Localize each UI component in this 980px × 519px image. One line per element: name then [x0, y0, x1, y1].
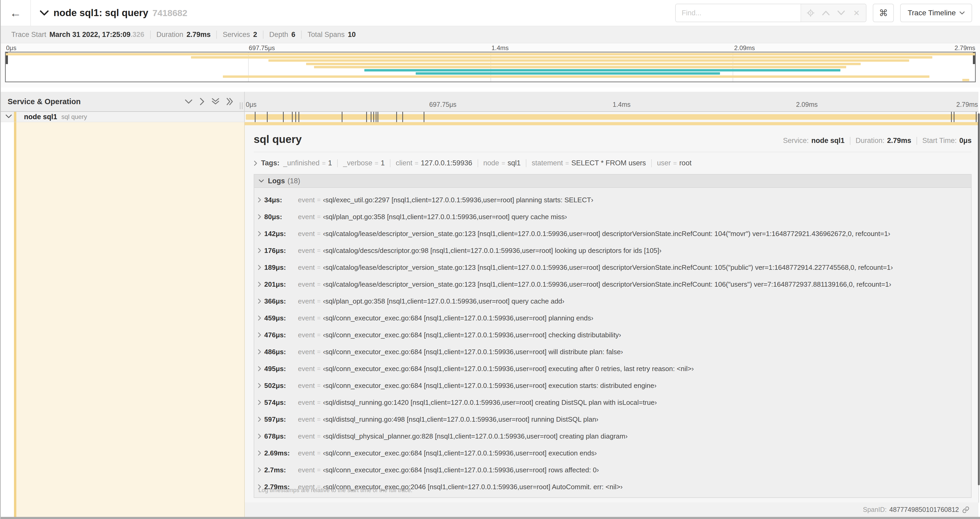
- chevron-right-icon[interactable]: [258, 231, 261, 236]
- log-marker-tick[interactable]: [283, 112, 284, 122]
- log-marker-tick[interactable]: [954, 112, 955, 122]
- log-marker-tick[interactable]: [255, 112, 256, 122]
- chevron-right-icon[interactable]: [258, 197, 261, 203]
- tag-item: client=127.0.0.1:59936: [396, 159, 472, 167]
- log-entry-row[interactable]: 2.69ms:event=‹sql/conn_executor_exec.go:…: [254, 445, 971, 462]
- summary-item-value: March 31 2022, 17:25:09.326: [49, 30, 144, 39]
- log-marker-tick[interactable]: [267, 112, 268, 122]
- selected-span-highlight: [16, 122, 244, 517]
- log-entry-row[interactable]: 502μs:event=‹sql/conn_executor_exec.go:6…: [254, 377, 971, 394]
- title-chevron-down-icon[interactable]: [40, 10, 49, 16]
- log-marker-tick[interactable]: [295, 112, 296, 122]
- copy-link-icon[interactable]: [962, 506, 969, 513]
- chevron-right-icon[interactable]: [258, 332, 261, 338]
- span-row-name-cell[interactable]: node sql1 sql query: [1, 112, 245, 122]
- chevron-right-icon[interactable]: [258, 214, 261, 219]
- collapse-all-icon[interactable]: [212, 98, 220, 105]
- log-marker-tick[interactable]: [342, 112, 342, 122]
- log-marker-tick[interactable]: [366, 112, 367, 122]
- minimap-span-bar: [416, 72, 720, 75]
- prev-result-icon[interactable]: [819, 6, 833, 20]
- service-label: Service:: [783, 137, 809, 145]
- log-marker-tick[interactable]: [951, 112, 952, 122]
- back-button[interactable]: ←: [1, 0, 31, 26]
- tags-section[interactable]: Tags: _unfinished=1_verbose=1client=127.…: [254, 159, 972, 167]
- log-field-value: ‹sql/catalog/lease/descriptor_version_st…: [323, 230, 890, 238]
- minimap-span-bar: [314, 66, 846, 68]
- view-selector-button[interactable]: Trace Timeline: [900, 4, 972, 22]
- ruler-axis-label: 2.79ms: [956, 101, 978, 109]
- log-entry-row[interactable]: 366μs:event=‹sql/plan_opt.go:358 [nsql1,…: [254, 293, 971, 310]
- scrollbar-thumb[interactable]: [978, 113, 980, 485]
- log-timestamp: 459μs:: [264, 314, 298, 322]
- log-marker-tick[interactable]: [402, 112, 403, 122]
- expand-one-icon[interactable]: [199, 97, 205, 105]
- log-marker-tick[interactable]: [371, 112, 371, 122]
- log-entry-row[interactable]: 2.7ms:event=‹sql/conn_executor_exec.go:6…: [254, 462, 971, 478]
- collapse-one-icon[interactable]: [185, 99, 192, 104]
- clear-find-icon[interactable]: ✕: [850, 6, 863, 20]
- next-result-icon[interactable]: [834, 6, 848, 20]
- minimap-axis-label: 1.4ms: [492, 44, 509, 52]
- chevron-right-icon[interactable]: [258, 315, 261, 321]
- log-marker-tick[interactable]: [375, 112, 377, 122]
- log-entry-row[interactable]: 201μs:event=‹sql/catalog/lease/descripto…: [254, 276, 971, 293]
- span-duration-bar[interactable]: [246, 114, 977, 120]
- chevron-right-icon[interactable]: [258, 248, 261, 253]
- log-entry-row[interactable]: 176μs:event=‹sql/catalog/descs/descripto…: [254, 242, 971, 259]
- logs-header[interactable]: Logs (18): [254, 174, 971, 188]
- log-marker-tick[interactable]: [373, 112, 374, 122]
- log-entry-row[interactable]: 678μs:event=‹sql/distsql_physical_planne…: [254, 428, 971, 445]
- log-entry-row[interactable]: 142μs:event=‹sql/catalog/lease/descripto…: [254, 225, 971, 242]
- log-marker-tick[interactable]: [292, 112, 293, 122]
- log-entry-row[interactable]: 476μs:event=‹sql/conn_executor_exec.go:6…: [254, 326, 971, 343]
- minimap-axis: 0μs697.75μs1.4ms2.09ms2.79ms: [5, 44, 976, 52]
- log-entry-row[interactable]: 459μs:event=‹sql/conn_executor_exec.go:6…: [254, 310, 971, 326]
- log-field-value: ‹sql/distsql_physical_planner.go:828 [ns…: [323, 432, 627, 441]
- page-title: node sql1: sql query: [54, 7, 148, 18]
- log-marker-tick[interactable]: [423, 112, 425, 122]
- locate-icon[interactable]: [804, 6, 818, 20]
- log-entry-row[interactable]: 574μs:event=‹sql/distsql_running.go:1420…: [254, 394, 971, 411]
- chevron-right-icon[interactable]: [258, 366, 261, 371]
- log-timestamp: 486μs:: [264, 348, 298, 356]
- column-resizer[interactable]: [240, 102, 243, 109]
- log-timestamp: 502μs:: [264, 382, 298, 390]
- log-entry-row[interactable]: 495μs:event=‹sql/conn_executor_exec.go:6…: [254, 360, 971, 377]
- chevron-right-icon[interactable]: [258, 349, 261, 355]
- log-entry-row[interactable]: 80μs:event=‹sql/plan_opt.go:358 [nsql1,c…: [254, 208, 971, 225]
- chevron-right-icon[interactable]: [258, 299, 261, 304]
- log-field-value: ‹sql/catalog/descs/descriptor.go:98 [nsq…: [323, 247, 662, 255]
- span-collapse-chevron-icon[interactable]: [6, 114, 12, 120]
- tag-item: _unfinished=1: [283, 159, 332, 167]
- equals-sign: =: [415, 160, 418, 167]
- chevron-right-icon[interactable]: [258, 450, 261, 456]
- divider: [390, 159, 390, 167]
- find-input[interactable]: [676, 4, 800, 22]
- log-marker-tick[interactable]: [396, 112, 397, 122]
- log-entry-row[interactable]: 486μs:event=‹sql/conn_executor_exec.go:6…: [254, 343, 971, 360]
- log-field-key: event: [298, 280, 315, 289]
- log-entry-row[interactable]: 189μs:event=‹sql/catalog/lease/descripto…: [254, 259, 971, 276]
- log-marker-tick[interactable]: [377, 112, 378, 122]
- minimap-canvas[interactable]: [5, 52, 976, 82]
- selected-span-bar[interactable]: [245, 122, 978, 125]
- minimap-axis-label: 0μs: [6, 44, 16, 52]
- chevron-right-icon[interactable]: [258, 265, 261, 270]
- keyboard-shortcuts-button[interactable]: ⌘: [873, 4, 894, 22]
- chevron-right-icon[interactable]: [258, 434, 261, 439]
- chevron-right-icon[interactable]: [258, 417, 261, 422]
- log-marker-tick[interactable]: [976, 112, 977, 122]
- chevron-right-icon[interactable]: [258, 400, 261, 405]
- log-entry-row[interactable]: 597μs:event=‹sql/distsql_running.go:498 …: [254, 411, 971, 428]
- chevron-right-icon[interactable]: [258, 467, 261, 473]
- log-timestamp: 574μs:: [264, 398, 298, 407]
- log-marker-tick[interactable]: [299, 112, 299, 122]
- expand-all-icon[interactable]: [226, 97, 234, 105]
- chevron-right-icon[interactable]: [258, 383, 261, 388]
- summary-item-value: 6: [291, 30, 295, 39]
- log-entry-row[interactable]: 34μs:event=‹sql/exec_util.go:2297 [nsql1…: [254, 192, 971, 208]
- log-field-key: event: [298, 247, 315, 255]
- log-field-key: event: [298, 297, 315, 305]
- chevron-right-icon[interactable]: [258, 282, 261, 287]
